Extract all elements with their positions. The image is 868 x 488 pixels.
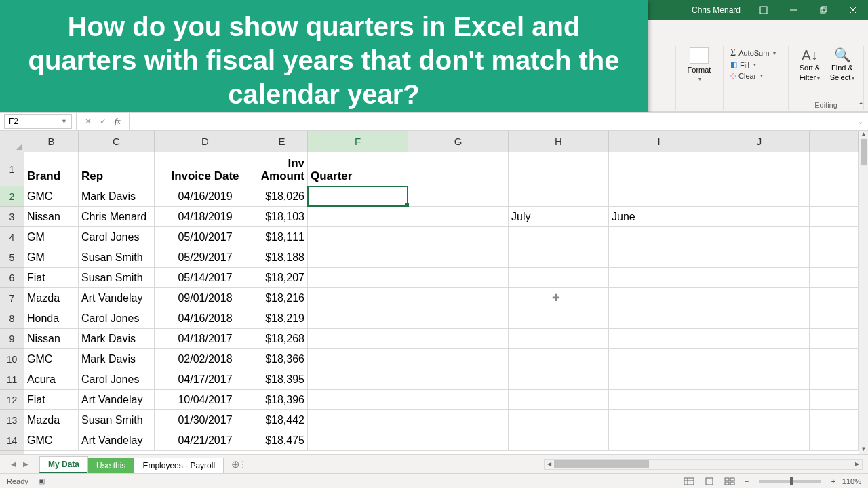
- cell[interactable]: $18,396: [256, 390, 308, 410]
- cell[interactable]: [709, 152, 810, 186]
- zoom-slider[interactable]: [760, 480, 821, 483]
- row-header[interactable]: 13: [0, 410, 24, 430]
- row-header[interactable]: 8: [0, 308, 24, 329]
- cell[interactable]: [408, 247, 509, 268]
- cell[interactable]: GMC: [24, 349, 79, 369]
- cell[interactable]: Brand: [24, 152, 79, 186]
- cell[interactable]: $18,111: [256, 227, 308, 247]
- cell[interactable]: [709, 410, 810, 430]
- window-minimize-button[interactable]: [778, 0, 808, 20]
- cell[interactable]: Mark Davis: [79, 349, 155, 369]
- cell[interactable]: [408, 369, 509, 390]
- column-header[interactable]: F: [308, 131, 408, 152]
- cancel-formula-button[interactable]: ✕: [85, 117, 92, 126]
- scroll-up-button[interactable]: ▲: [859, 131, 868, 139]
- cell[interactable]: [408, 152, 509, 186]
- cell[interactable]: [609, 430, 709, 451]
- ribbon-options-button[interactable]: [749, 0, 778, 20]
- cell[interactable]: Mazda: [24, 288, 79, 308]
- cell[interactable]: $18,026: [256, 186, 308, 207]
- column-header[interactable]: B: [24, 131, 79, 152]
- cell[interactable]: [308, 329, 408, 349]
- cell[interactable]: [609, 227, 709, 247]
- cell[interactable]: [509, 410, 609, 430]
- cell[interactable]: [308, 390, 408, 410]
- cell[interactable]: 04/18/2017: [155, 329, 256, 349]
- cell[interactable]: [408, 186, 509, 207]
- cell[interactable]: $18,219: [256, 308, 308, 329]
- cell[interactable]: [308, 349, 408, 369]
- cell[interactable]: Chris Menard: [79, 207, 155, 227]
- cell[interactable]: GMC: [24, 430, 79, 451]
- cell[interactable]: [408, 410, 509, 430]
- page-break-view-button[interactable]: [722, 475, 738, 487]
- cell[interactable]: Fiat: [24, 268, 79, 288]
- cell[interactable]: GM: [24, 227, 79, 247]
- cell[interactable]: [509, 390, 609, 410]
- sheet-tab-use-this[interactable]: Use this: [87, 458, 134, 473]
- cell[interactable]: [408, 268, 509, 288]
- cell[interactable]: 05/14/2017: [155, 268, 256, 288]
- cell[interactable]: [709, 349, 810, 369]
- cell[interactable]: [509, 227, 609, 247]
- normal-view-button[interactable]: [681, 475, 697, 487]
- cell[interactable]: Carol Jones: [79, 369, 155, 390]
- cell[interactable]: [509, 349, 609, 369]
- cell[interactable]: $18,395: [256, 369, 308, 390]
- cell[interactable]: [609, 369, 709, 390]
- cell[interactable]: $18,442: [256, 410, 308, 430]
- cell[interactable]: Art Vandelay: [79, 390, 155, 410]
- sheet-nav-next[interactable]: ▶: [23, 460, 28, 468]
- row-header[interactable]: 14: [0, 430, 24, 451]
- row-header[interactable]: 11: [0, 369, 24, 390]
- cell[interactable]: [408, 390, 509, 410]
- zoom-out-button[interactable]: −: [742, 477, 751, 485]
- cell[interactable]: $18,216: [256, 288, 308, 308]
- cell[interactable]: [308, 207, 408, 227]
- cell[interactable]: 04/18/2019: [155, 207, 256, 227]
- cell[interactable]: July: [509, 207, 609, 227]
- select-all-button[interactable]: [0, 131, 24, 152]
- cell[interactable]: Carol Jones: [79, 227, 155, 247]
- cell[interactable]: Susan Smith: [79, 268, 155, 288]
- cell[interactable]: Mazda: [24, 410, 79, 430]
- cell[interactable]: $18,103: [256, 207, 308, 227]
- cell[interactable]: [308, 247, 408, 268]
- row-header[interactable]: 5: [0, 247, 24, 268]
- cell[interactable]: [609, 329, 709, 349]
- cell[interactable]: [609, 152, 709, 186]
- cell[interactable]: Honda: [24, 308, 79, 329]
- cell[interactable]: $18,268: [256, 329, 308, 349]
- column-header[interactable]: J: [709, 131, 810, 152]
- sheet-tab-my-data[interactable]: My Data: [39, 456, 88, 473]
- hscroll-right-button[interactable]: ▶: [852, 461, 862, 467]
- cell[interactable]: 04/16/2018: [155, 308, 256, 329]
- cell[interactable]: Susan Smith: [79, 410, 155, 430]
- cell[interactable]: [509, 369, 609, 390]
- cell[interactable]: [408, 227, 509, 247]
- cells-area[interactable]: BrandRepInvoice DateInvAmountQuarterGMCM…: [24, 152, 859, 454]
- row-header[interactable]: 1: [0, 152, 24, 186]
- cell[interactable]: [709, 227, 810, 247]
- cell[interactable]: [709, 329, 810, 349]
- cell[interactable]: 04/16/2019: [155, 186, 256, 207]
- cell[interactable]: Susan Smith: [79, 247, 155, 268]
- cell[interactable]: $18,366: [256, 349, 308, 369]
- column-header[interactable]: D: [155, 131, 256, 152]
- cell[interactable]: [308, 410, 408, 430]
- cell[interactable]: [408, 329, 509, 349]
- cell[interactable]: [609, 410, 709, 430]
- cell[interactable]: [509, 268, 609, 288]
- scroll-thumb[interactable]: [861, 139, 867, 165]
- cell[interactable]: [709, 288, 810, 308]
- column-header[interactable]: [810, 131, 859, 152]
- cell[interactable]: [709, 369, 810, 390]
- cell[interactable]: [609, 247, 709, 268]
- row-header[interactable]: 4: [0, 227, 24, 247]
- cell[interactable]: [709, 207, 810, 227]
- collapse-ribbon-button[interactable]: ⌃: [858, 101, 864, 110]
- cell[interactable]: 04/17/2017: [155, 369, 256, 390]
- insert-function-button[interactable]: fx: [115, 117, 121, 127]
- cell[interactable]: $18,475: [256, 430, 308, 451]
- zoom-level[interactable]: 110%: [842, 477, 861, 485]
